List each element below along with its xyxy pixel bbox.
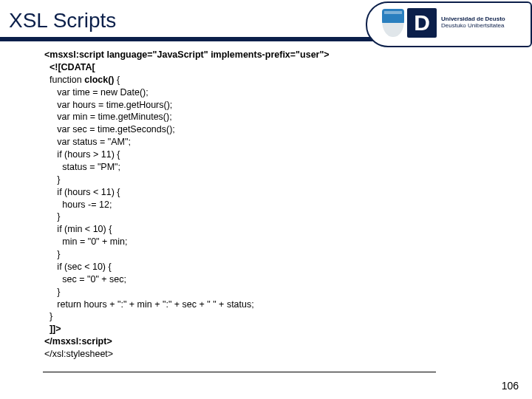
slide-title: XSL Scripts [0, 4, 116, 33]
logo-line2: Deustuko Unibertsitatea [441, 23, 505, 30]
code-fn-post: { [115, 75, 120, 85]
code-l18: return hours + ":" + min + ":" + sec + "… [50, 299, 254, 310]
code-l10: hours -= 12; [50, 200, 112, 210]
code-l13: min = "0" + min; [50, 236, 127, 247]
shield-icon [382, 9, 404, 37]
code-l15: if (sec < 10) { [50, 262, 112, 272]
code-block: <msxsl:script language="JavaScript" impl… [0, 43, 532, 361]
page-number: 106 [502, 380, 519, 392]
university-logo: D Universidad de Deusto Deustuko Unibert… [381, 4, 525, 41]
code-l1: var time = new Date(); [50, 87, 149, 98]
slide-header: XSL Scripts D Universidad de Deusto Deus… [0, 0, 532, 43]
logo-letter: D [407, 8, 437, 38]
code-l7: status = "PM"; [50, 162, 120, 172]
code-cdata-open: <![CDATA[ [50, 62, 95, 72]
footer-divider [43, 372, 436, 372]
code-l3: var min = time.getMinutes(); [50, 112, 172, 122]
code-l8: } [50, 174, 61, 185]
code-l4: var sec = time.getSeconds(); [50, 124, 175, 134]
code-l11: } [50, 211, 61, 222]
code-cdata-close: ]]> [50, 324, 61, 334]
code-l12: if (min < 10) { [50, 224, 112, 234]
code-l17: } [50, 287, 61, 297]
code-l2: var hours = time.getHours(); [50, 100, 172, 110]
code-tag-close: </msxsl:script> [44, 336, 112, 347]
code-l6: if (hours > 11) { [50, 149, 120, 160]
logo-inner: D Universidad de Deusto Deustuko Unibert… [381, 6, 525, 40]
code-l19: } [50, 311, 52, 321]
code-fn-pre: function [50, 75, 84, 85]
code-l9: if (hours < 11) { [50, 187, 120, 197]
code-l16: sec = "0" + sec; [50, 274, 126, 284]
code-l5: var status = "AM"; [50, 137, 131, 147]
code-l14: } [50, 249, 61, 259]
code-tag-open: <msxsl:script language="JavaScript" impl… [44, 50, 330, 60]
code-sheet-close: </xsl:stylesheet> [44, 349, 113, 359]
code-fn-name: clock() [84, 75, 114, 85]
logo-text: Universidad de Deusto Deustuko Unibertsi… [441, 16, 505, 30]
